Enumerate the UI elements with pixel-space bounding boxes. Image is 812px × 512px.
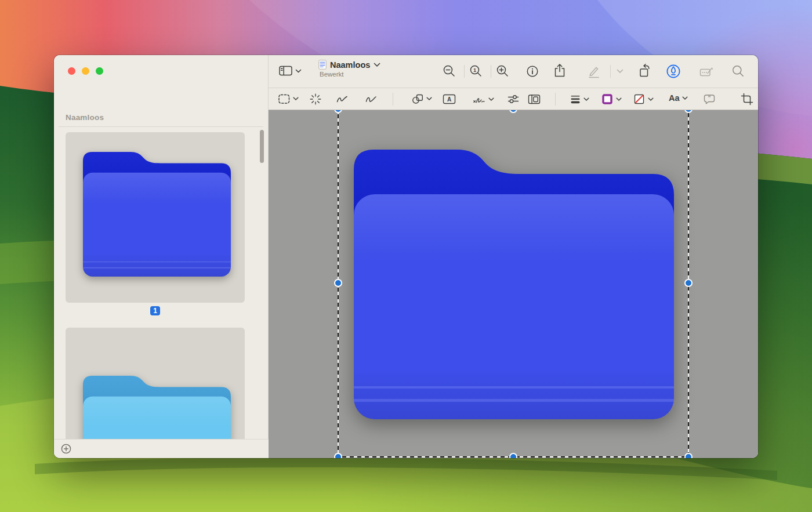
info-icon [527, 66, 538, 77]
thumbnail-page-1[interactable] [66, 132, 245, 303]
selection-rect-icon [279, 95, 289, 104]
chevron-down-icon [682, 96, 688, 100]
pencil-icon [589, 68, 599, 78]
adjust-size-icon [529, 95, 540, 104]
fullscreen-button[interactable] [96, 67, 103, 75]
title-menu-chevron-icon[interactable] [374, 63, 380, 67]
draw-icon [367, 97, 376, 101]
fill-and-sign-icon [701, 68, 713, 76]
handle-bottom-left[interactable] [335, 453, 342, 458]
sidebar-toggle-button[interactable] [279, 65, 302, 77]
text-style-button[interactable]: Aa [669, 93, 688, 103]
handle-bottom-right[interactable] [685, 453, 692, 458]
add-page-button[interactable] [60, 443, 72, 455]
text-icon: A [444, 95, 455, 104]
instant-alpha-button[interactable] [309, 93, 322, 106]
toolbar-separator [610, 65, 611, 78]
border-color-button[interactable] [601, 93, 622, 106]
zoom-in-icon [498, 66, 508, 77]
zoom-out-button[interactable] [443, 64, 456, 78]
zoom-out-icon [444, 66, 455, 77]
adjust-color-button[interactable] [506, 93, 520, 106]
handle-mid-left[interactable] [335, 279, 342, 286]
svg-text:”: ” [708, 95, 711, 101]
annotation-comment-button[interactable]: ” [702, 93, 716, 106]
document-title: Naamloos [330, 60, 370, 70]
search-button[interactable] [731, 64, 745, 78]
fill-and-sign-button[interactable] [699, 65, 714, 78]
document-status: Bewerkt [320, 71, 380, 78]
sign-button[interactable] [472, 93, 494, 106]
markup-separator [393, 93, 393, 106]
border-color-swatch-icon [601, 93, 614, 106]
handle-top-center[interactable] [510, 110, 517, 112]
rotate-left-button[interactable] [638, 63, 652, 78]
adjust-size-button[interactable] [527, 93, 541, 106]
chevron-down-icon [293, 97, 299, 101]
fill-color-swatch-icon [633, 93, 646, 106]
handle-top-left[interactable] [335, 110, 342, 112]
line-style-button[interactable] [570, 93, 589, 106]
blue-folder-image[interactable] [354, 150, 674, 419]
annotate-options-button[interactable] [617, 69, 624, 74]
svg-text:A: A [447, 96, 451, 103]
sketch-button[interactable] [335, 93, 349, 106]
svg-text:1: 1 [473, 67, 476, 73]
shapes-button[interactable] [411, 93, 432, 105]
share-button[interactable] [553, 63, 567, 78]
thumbnail-page-2[interactable] [66, 328, 245, 439]
markup-pen-icon [667, 65, 679, 77]
draw-button[interactable] [364, 93, 378, 106]
adjust-sliders-icon [509, 96, 519, 103]
desktop: Naamloos 1 [0, 0, 812, 512]
zoom-actual-size-button[interactable]: 1 [469, 64, 483, 78]
chevron-down-icon [488, 97, 494, 101]
sketch-icon [338, 97, 347, 102]
document-proxy-icon[interactable] [318, 60, 327, 70]
blue-folder-thumbnail-icon [83, 152, 231, 277]
annotate-pencil-button[interactable] [586, 64, 601, 78]
text-style-label: Aa [669, 93, 680, 103]
main-pane: Naamloos Bewerkt 1 [269, 55, 758, 458]
toolbar-separator [464, 65, 465, 78]
page-number-badge: 1 [150, 306, 160, 315]
chevron-down-icon [426, 97, 432, 101]
handle-bottom-center[interactable] [510, 453, 517, 458]
share-icon [556, 64, 564, 77]
sidebar: Naamloos 1 [54, 55, 269, 458]
line-style-icon [570, 93, 581, 106]
chevron-down-icon [583, 97, 589, 101]
sidebar-scrollbar[interactable] [260, 130, 264, 163]
rotate-left-icon [640, 64, 649, 77]
document-canvas[interactable] [269, 110, 758, 458]
comment-bubble-icon: ” [705, 95, 715, 104]
instant-alpha-icon [310, 94, 321, 104]
search-icon [733, 66, 743, 76]
minimize-button[interactable] [82, 67, 89, 75]
zoom-actual-size-icon: 1 [471, 66, 481, 77]
thumbnail-list: 1 [54, 127, 268, 439]
markup-separator [555, 93, 556, 106]
signature-icon [474, 99, 484, 103]
cyan-folder-thumbnail-icon [83, 376, 231, 439]
chevron-down-icon [295, 69, 302, 73]
handle-mid-right[interactable] [685, 279, 692, 286]
rectangular-selection-button[interactable] [278, 93, 299, 105]
handle-top-right[interactable] [685, 110, 692, 112]
crop-icon [742, 94, 753, 105]
markup-toolbar: A [269, 88, 758, 110]
toolbar-separator [491, 65, 491, 78]
chevron-down-icon [617, 69, 624, 74]
chevron-down-icon [616, 97, 622, 101]
markup-button[interactable] [665, 63, 682, 79]
text-button[interactable]: A [443, 94, 456, 104]
fill-color-button[interactable] [633, 93, 654, 106]
get-info-button[interactable] [525, 64, 539, 78]
sidebar-toggle-icon [279, 65, 293, 77]
crop-button[interactable] [741, 93, 753, 106]
close-button[interactable] [68, 67, 75, 75]
sidebar-bottom-bar [54, 439, 269, 458]
zoom-in-button[interactable] [496, 64, 510, 78]
sidebar-document-title: Naamloos [66, 113, 104, 122]
traffic-lights [68, 67, 103, 75]
